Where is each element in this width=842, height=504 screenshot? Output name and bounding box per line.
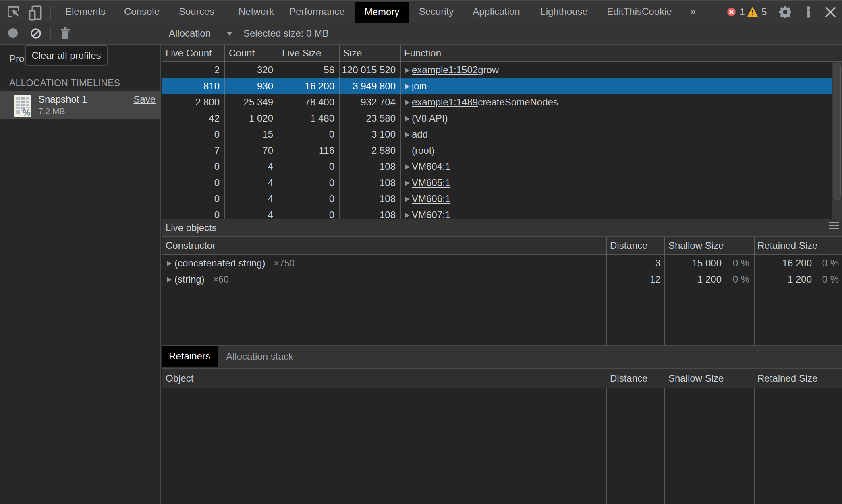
svg-text:%: % <box>23 107 31 117</box>
